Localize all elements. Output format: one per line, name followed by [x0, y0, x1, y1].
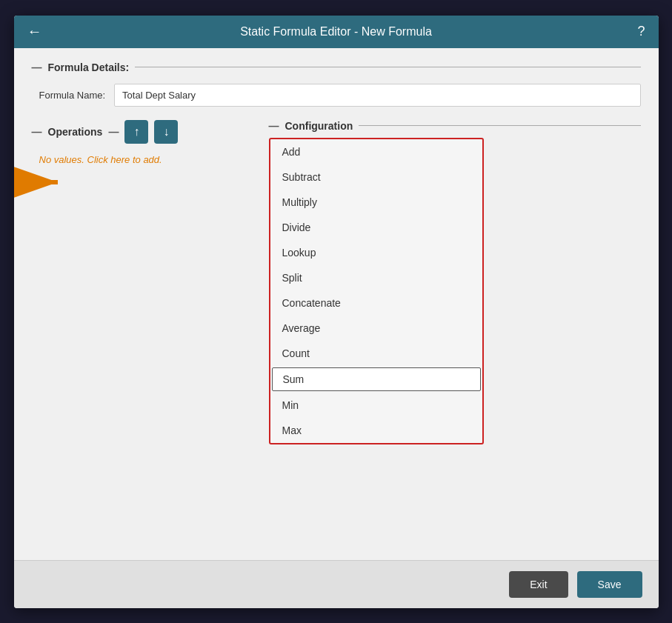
operations-header: — Operations — ↑ ↓ [32, 120, 269, 144]
arrow-up-icon: ↑ [133, 125, 139, 139]
formula-details-header: — Formula Details: [32, 61, 641, 73]
dropdown-item-min[interactable]: Min [270, 393, 482, 418]
formula-name-input[interactable] [114, 84, 640, 107]
dropdown-item-split[interactable]: Split [270, 265, 482, 290]
move-down-button[interactable]: ↓ [154, 120, 178, 144]
arrow-annotation [14, 160, 69, 207]
config-dash-left: — [269, 120, 279, 132]
config-section-line [359, 125, 640, 126]
formula-details-label: Formula Details: [48, 61, 130, 73]
modal-window: ← Static Formula Editor - New Formula ? … [14, 16, 659, 608]
dropdown-item-subtract[interactable]: Subtract [270, 164, 482, 190]
exit-button[interactable]: Exit [509, 571, 568, 598]
dropdown-item-lookup[interactable]: Lookup [270, 240, 482, 265]
footer-bar: Exit Save [14, 560, 659, 608]
dropdown-item-concatenate[interactable]: Concatenate [270, 290, 482, 316]
dropdown-item-sum[interactable]: Sum [272, 367, 481, 391]
save-button[interactable]: Save [577, 571, 642, 598]
dropdown-item-max[interactable]: Max [270, 418, 482, 443]
operation-dropdown-list: AddSubtractMultiplyDivideLookupSplitConc… [269, 138, 484, 444]
ops-dash-left: — [32, 126, 42, 138]
dropdown-item-count[interactable]: Count [270, 341, 482, 366]
header-title: Static Formula Editor - New Formula [48, 25, 625, 39]
ops-dash-right: — [108, 126, 119, 138]
operations-panel: — Operations — ↑ ↓ [32, 120, 269, 301]
configuration-label: Configuration [285, 120, 353, 132]
content-area: — Formula Details: Formula Name: — Opera… [14, 48, 659, 560]
help-button[interactable]: ? [625, 24, 645, 39]
header-bar: ← Static Formula Editor - New Formula ? [14, 16, 659, 48]
section-dash-1: — [32, 61, 42, 73]
operations-list-area[interactable]: No values. Click here to add. [32, 153, 269, 301]
dropdown-item-multiply[interactable]: Multiply [270, 190, 482, 215]
formula-name-label: Formula Name: [39, 90, 106, 101]
move-up-button[interactable]: ↑ [124, 120, 148, 144]
section-line-1 [135, 67, 640, 67]
dropdown-item-add[interactable]: Add [270, 139, 482, 164]
configuration-panel: — Configuration AddSubtractMultiplyDivid… [269, 120, 641, 444]
dropdown-item-average[interactable]: Average [270, 316, 482, 341]
dropdown-item-divide[interactable]: Divide [270, 215, 482, 240]
formula-name-row: Formula Name: [32, 84, 641, 107]
operations-label: Operations [48, 126, 103, 138]
back-button[interactable]: ← [27, 23, 48, 40]
ops-config-area: — Operations — ↑ ↓ [32, 120, 641, 547]
arrow-down-icon: ↓ [163, 125, 169, 139]
configuration-header: — Configuration [269, 120, 641, 132]
